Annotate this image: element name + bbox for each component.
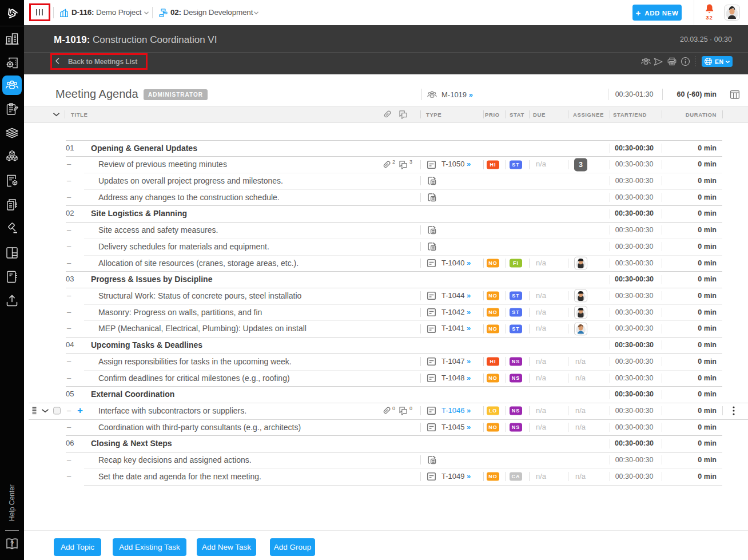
svg-text:?: ? <box>10 541 14 547</box>
